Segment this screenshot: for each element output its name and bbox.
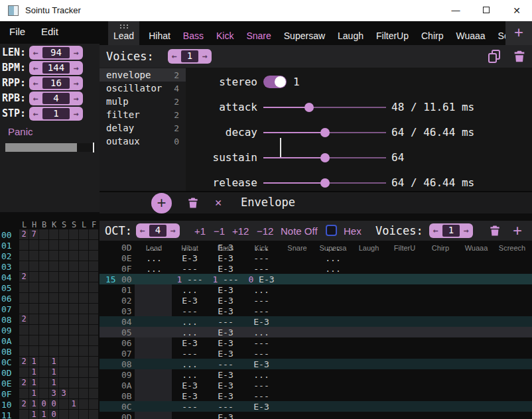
order-cell[interactable]: [19, 367, 29, 377]
tab-laugh[interactable]: Laugh: [334, 21, 367, 45]
pattern-cell[interactable]: ...: [315, 264, 351, 274]
order-row[interactable]: 11110: [0, 410, 100, 419]
order-cell[interactable]: 1: [29, 410, 38, 419]
pattern-cell[interactable]: ---: [243, 381, 279, 390]
order-cell[interactable]: [39, 335, 48, 345]
order-cell[interactable]: [79, 389, 88, 398]
order-cell[interactable]: [89, 293, 98, 303]
order-row[interactable]: 0A: [0, 335, 100, 346]
order-cell[interactable]: [69, 325, 78, 335]
order-row[interactable]: 0F133: [0, 389, 100, 399]
sustain-slider[interactable]: [263, 157, 386, 158]
order-cell[interactable]: [69, 240, 78, 250]
order-cell[interactable]: [39, 261, 48, 271]
order-row[interactable]: 0B: [0, 346, 100, 357]
order-cell[interactable]: 1: [29, 389, 38, 398]
tab-kick[interactable]: Kick: [213, 21, 237, 45]
stereo-toggle[interactable]: [263, 76, 287, 88]
order-cell[interactable]: [89, 304, 98, 314]
pattern-cell[interactable]: ...: [172, 328, 208, 337]
order-cell[interactable]: [69, 335, 78, 345]
order-row[interactable]: 0E211: [0, 378, 100, 389]
pattern-cell[interactable]: ...: [172, 317, 208, 327]
order-cell[interactable]: 2: [19, 314, 29, 324]
pattern-cell[interactable]: E-3: [208, 381, 243, 390]
order-cell[interactable]: [39, 325, 48, 335]
order-cell[interactable]: [69, 346, 78, 356]
release-slider[interactable]: [263, 182, 386, 184]
pattern-row[interactable]: 07---E-3---: [100, 348, 532, 359]
stepper-increment-arrow[interactable]: →: [198, 49, 212, 64]
slider-thumb[interactable]: [320, 153, 330, 162]
delete-instrument-icon[interactable]: [512, 48, 527, 67]
tab-hihat[interactable]: Hihat: [145, 21, 174, 45]
minimize-button[interactable]: —: [440, 0, 471, 21]
tab-filterup[interactable]: FilterUp: [373, 21, 412, 45]
order-row[interactable]: 082: [0, 314, 100, 325]
order-cell[interactable]: 7: [29, 229, 38, 239]
order-cell[interactable]: 2: [19, 272, 29, 282]
order-cell[interactable]: [79, 346, 88, 356]
order-cell[interactable]: 1: [49, 367, 58, 377]
order-cell[interactable]: [19, 325, 29, 335]
order-cell[interactable]: [49, 240, 58, 250]
stepper-increment-arrow[interactable]: →: [70, 76, 83, 90]
order-row[interactable]: 09: [0, 325, 100, 335]
order-cell[interactable]: 0: [49, 399, 58, 409]
order-cell[interactable]: [69, 272, 78, 282]
menu-item-edit[interactable]: Edit: [41, 26, 58, 37]
pattern-cell[interactable]: E-3: [208, 412, 243, 419]
order-cell[interactable]: [69, 261, 78, 271]
copy-instrument-icon[interactable]: [486, 48, 502, 67]
order-cell[interactable]: [49, 251, 58, 261]
order-cell[interactable]: [89, 251, 98, 261]
order-cell[interactable]: 3: [59, 389, 68, 398]
close-button[interactable]: ✕: [501, 0, 532, 21]
stepper-increment-arrow[interactable]: →: [70, 91, 83, 105]
pattern-cell[interactable]: E-3: [208, 285, 243, 295]
order-cell[interactable]: [59, 272, 68, 282]
order-cell[interactable]: [89, 325, 98, 335]
order-cell[interactable]: [59, 229, 68, 239]
unit-list-item-envelope[interactable]: envelope2: [100, 68, 186, 82]
pattern-row[interactable]: 03---E-3---: [100, 306, 532, 316]
order-cell[interactable]: [49, 229, 58, 239]
order-cell[interactable]: [29, 261, 38, 271]
order-cell[interactable]: [69, 229, 78, 239]
order-cell[interactable]: [79, 399, 88, 409]
order-cell[interactable]: [49, 272, 58, 282]
pattern-cell[interactable]: ---: [243, 296, 279, 306]
order-cell[interactable]: [59, 325, 68, 335]
pattern-cell[interactable]: ...: [136, 253, 172, 263]
button-note-off[interactable]: Note Off: [281, 225, 318, 237]
pattern-cell[interactable]: E-3: [208, 264, 243, 274]
order-cell[interactable]: [79, 282, 88, 292]
pattern-row[interactable]: 06E-3E-3---: [100, 337, 532, 348]
add-track-button[interactable]: +: [513, 221, 522, 240]
order-cell[interactable]: [19, 389, 29, 398]
order-row[interactable]: 07: [0, 304, 100, 314]
button-−12[interactable]: −12: [257, 225, 273, 237]
delete-track-icon[interactable]: [488, 223, 501, 241]
order-cell[interactable]: 1: [29, 367, 38, 377]
order-cell[interactable]: [59, 240, 68, 250]
button-+12[interactable]: +12: [232, 225, 249, 237]
order-cell[interactable]: [59, 251, 68, 261]
pattern-cell[interactable]: ...: [243, 328, 279, 337]
order-cell[interactable]: [39, 251, 48, 261]
panic-button[interactable]: Panic: [8, 126, 33, 137]
pattern-cell[interactable]: 1 ---: [172, 274, 208, 284]
order-row[interactable]: 02: [0, 251, 100, 261]
order-cell[interactable]: [59, 314, 68, 324]
order-cell[interactable]: 1: [49, 378, 58, 388]
stepper-increment-arrow[interactable]: →: [166, 223, 180, 238]
order-cell[interactable]: [79, 251, 88, 261]
pattern-row[interactable]: 0BE-3E-3---: [100, 390, 532, 401]
stepper-decrement-arrow[interactable]: ←: [29, 76, 42, 90]
order-cell[interactable]: [39, 293, 48, 303]
order-cell[interactable]: [79, 293, 88, 303]
order-cell[interactable]: 0: [39, 399, 48, 409]
pattern-cell[interactable]: ---: [208, 359, 243, 369]
order-cell[interactable]: [39, 314, 48, 324]
pattern-cell[interactable]: E-3: [208, 370, 243, 380]
